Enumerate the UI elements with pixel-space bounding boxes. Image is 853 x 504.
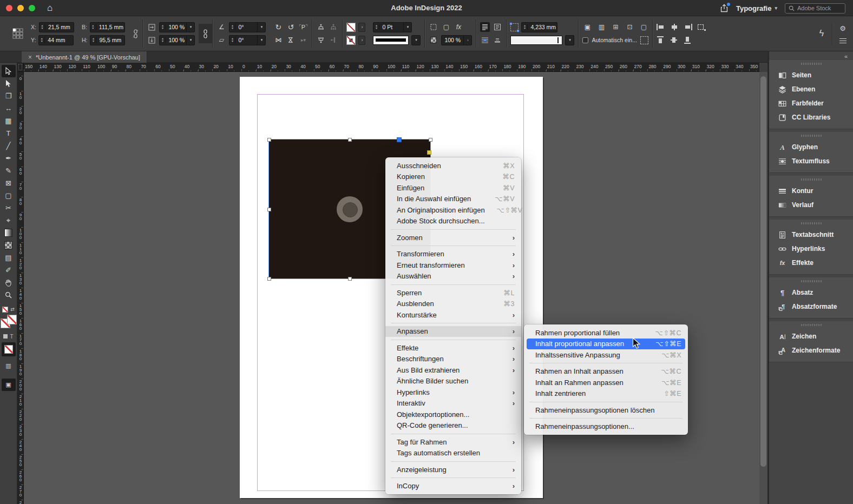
panel-tab-effekte[interactable]: fxEffekte <box>769 256 853 270</box>
panel-tab-kontur[interactable]: Kontur <box>769 184 853 198</box>
panel-tab-zeichenformate[interactable]: AZeichenformate <box>769 343 853 357</box>
menu-item-ausschneiden[interactable]: Ausschneiden⌘X <box>385 160 521 171</box>
align-more-icon[interactable] <box>697 23 706 31</box>
fill-swatch[interactable] <box>346 23 356 32</box>
opacity-field[interactable]: 100 %› <box>441 35 472 45</box>
stepper-icon[interactable]: ▴▾ <box>229 37 235 43</box>
menu-item-rahmeneinpassungsoptionen-l-schen[interactable]: Rahmeneinpassungsoptionen löschen <box>524 404 688 416</box>
stroke-style-dropdown[interactable]: ▾ <box>411 35 421 45</box>
minimize-button[interactable] <box>17 5 24 11</box>
stroke-swatch[interactable] <box>346 36 356 45</box>
apply-none-button[interactable] <box>4 345 13 354</box>
menu-item-sperren[interactable]: Sperren⌘L <box>385 287 521 299</box>
stepper-icon[interactable]: ▴▾ <box>373 24 379 30</box>
formatting-affects-text-icon[interactable]: T <box>10 334 13 340</box>
free-transform-tool[interactable]: ⌖ <box>2 214 16 227</box>
stepper-icon[interactable]: ▴▾ <box>90 37 96 43</box>
stepper-icon[interactable]: ▴▾ <box>522 24 528 30</box>
direct-selection-tool[interactable] <box>2 77 16 90</box>
menu-item-inhalt-proportional-anpassen[interactable]: Inhalt proportional anpassen⌥⇧⌘E <box>527 339 685 350</box>
collapse-dock-icon[interactable]: « <box>844 53 848 59</box>
menu-item-transformieren[interactable]: Transformieren› <box>385 249 521 260</box>
panel-tab-textumfluss[interactable]: Textumfluss <box>769 154 853 168</box>
shear-field[interactable]: ▴▾0°▾ <box>229 22 266 32</box>
align-left-icon[interactable] <box>657 23 665 31</box>
stroke-weight-field[interactable]: ▴▾0 Pt▾ <box>373 22 412 32</box>
object-style-select[interactable] <box>510 36 562 45</box>
panel-group-grip[interactable] <box>801 135 822 137</box>
eyedropper-tool[interactable]: ✐ <box>2 264 16 276</box>
panel-group-grip[interactable] <box>801 222 822 224</box>
line-tool[interactable]: ╱ <box>2 140 16 152</box>
panel-tab-cc-libraries[interactable]: CC Libraries <box>769 110 853 124</box>
home-icon[interactable]: ⌂ <box>47 3 53 12</box>
panel-group-grip[interactable] <box>801 178 822 181</box>
pen-tool[interactable]: ✒ <box>2 152 16 164</box>
menu-item-beschriftungen[interactable]: Beschriftungen› <box>385 354 521 365</box>
stroke-style-select[interactable] <box>373 36 409 45</box>
align-center-vertical-icon[interactable] <box>670 36 679 44</box>
formatting-affects-container-icon[interactable] <box>3 334 8 339</box>
panel-tab-absatz[interactable]: ¶Absatz <box>769 286 853 300</box>
stroke-options-button[interactable]: › <box>358 36 365 45</box>
gap-field[interactable]: ▴▾4,233 mm <box>521 22 557 32</box>
type-tool[interactable]: T <box>2 127 16 140</box>
handle-selected-blue[interactable] <box>397 137 402 142</box>
vertical-scrollbar[interactable] <box>759 72 767 504</box>
vertical-ruler[interactable]: 01 02 03 04 05 06 07 08 09 01 0 01 1 01 … <box>17 72 24 504</box>
center-content-icon[interactable]: ▢ <box>639 22 648 32</box>
page-tool[interactable]: ❐ <box>2 90 16 102</box>
screen-mode-icon[interactable]: ▣ <box>5 381 11 388</box>
select-container-button[interactable]: ⌜P⌝ <box>298 22 308 32</box>
stepper-icon[interactable]: ▴▾ <box>160 37 166 43</box>
pencil-tool[interactable]: ✎ <box>2 164 16 177</box>
menu-item-hnliche-bilder-suchen[interactable]: Ähnliche Bilder suchen <box>385 376 521 387</box>
menu-item-anpassen[interactable]: Anpassen› <box>385 326 521 337</box>
corner-options-icon[interactable] <box>429 22 438 32</box>
stroke-color-swatch[interactable] <box>7 315 17 324</box>
y-field[interactable]: ▴▾44 mm <box>38 35 74 45</box>
menu-item-anzeigeleistung[interactable]: Anzeigeleistung› <box>385 464 521 475</box>
handle-top-left[interactable] <box>267 138 271 142</box>
rotate-cw-icon[interactable]: ↻ <box>273 22 283 32</box>
panel-tab-hyperlinks[interactable]: Hyperlinks <box>769 242 853 256</box>
align-top-icon[interactable] <box>657 36 665 44</box>
zoom-button[interactable] <box>29 5 35 11</box>
auto-fit-checkbox[interactable] <box>582 37 588 43</box>
menu-item-inhalt-an-rahmen-anpassen[interactable]: Inhalt an Rahmen anpassen⌥⌘E <box>524 377 688 388</box>
menu-item-tags-automatisch-erstellen[interactable]: Tags automatisch erstellen <box>385 448 521 459</box>
fill-options-button[interactable]: › <box>358 23 365 32</box>
align-right-icon[interactable] <box>684 23 692 31</box>
menu-item-erneut-transformieren[interactable]: Erneut transformieren› <box>385 260 521 271</box>
panel-tab-glyphen[interactable]: AGlyphen <box>769 140 853 154</box>
menu-item-an-originalposition-einf-gen[interactable]: An Originalposition einfügen⌥⇧⌘V <box>385 204 521 216</box>
rotate-180-icon[interactable]: ▸▾ <box>298 35 308 45</box>
swap-fill-stroke-icon[interactable]: ⇄ <box>10 307 15 312</box>
view-options-icon[interactable]: ▥ <box>5 362 11 369</box>
flip-horizontal-icon[interactable]: ⋈ <box>273 35 283 45</box>
menu-item-interaktiv[interactable]: Interaktiv› <box>385 398 521 409</box>
panel-tab-zeichen[interactable]: AZeichen <box>769 329 853 343</box>
stepper-icon[interactable]: ▴▾ <box>229 24 235 30</box>
select-next-object-icon[interactable] <box>329 22 338 32</box>
panel-tab-absatzformate[interactable]: ¶Absatzformate <box>769 300 853 314</box>
rectangle-tool[interactable]: ▢ <box>2 189 16 202</box>
panel-tab-farbfelder[interactable]: Farbfelder <box>769 96 853 110</box>
baseline-options-icon[interactable] <box>493 35 502 45</box>
handle-top-center[interactable] <box>348 138 352 142</box>
close-tab-icon[interactable]: × <box>28 54 32 61</box>
menu-item-qr-code-generieren[interactable]: QR-Code generieren... <box>385 420 521 432</box>
text-frame-options-icon[interactable] <box>493 22 502 32</box>
live-corner-yellow-handle[interactable] <box>427 150 431 155</box>
rotate-ccw-icon[interactable]: ↺ <box>286 22 296 32</box>
menu-item-effekte[interactable]: Effekte› <box>385 342 521 354</box>
menu-item-kopieren[interactable]: Kopieren⌘C <box>385 171 521 183</box>
menu-item-objektexportoptionen[interactable]: Objektexportoptionen... <box>385 409 521 420</box>
select-previous-object-icon[interactable] <box>316 22 326 32</box>
flip-vertical-icon[interactable]: ⋈ <box>286 35 296 45</box>
menu-item-ausblenden[interactable]: Ausblenden⌘3 <box>385 299 521 310</box>
menu-item-inhalt-zentrieren[interactable]: Inhalt zentrieren⇧⌘E <box>524 388 688 400</box>
panel-menu-icon[interactable] <box>839 38 847 44</box>
content-collector-tool[interactable]: ▦ <box>2 115 16 127</box>
scissors-tool[interactable]: ✂ <box>2 202 16 214</box>
